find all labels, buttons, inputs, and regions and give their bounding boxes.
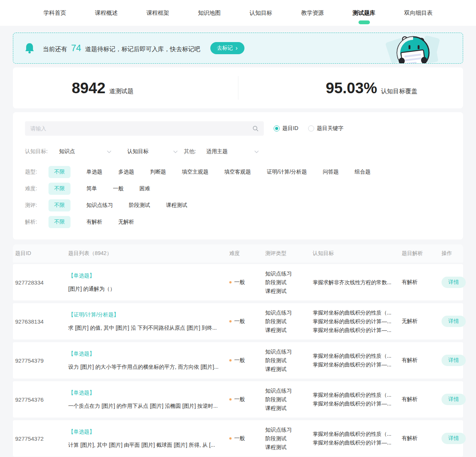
eval-types: 知识点练习 阶段测试 课程测试 <box>265 347 313 374</box>
radio-circle-icon <box>274 125 280 131</box>
filter-option[interactable]: 多选题 <box>118 169 134 175</box>
question-id: 927754372 <box>15 435 68 442</box>
questions-count: 8942 <box>72 80 105 97</box>
analysis-status: 有解析 <box>402 396 442 403</box>
radio-question-keyword[interactable]: 题目关键字 <box>308 125 343 132</box>
coverage-label: 认知目标覆盖 <box>381 88 417 95</box>
other-filter-label: 其他: <box>184 148 196 155</box>
bell-icon <box>25 42 34 54</box>
filter-option[interactable]: 不限 <box>49 199 70 211</box>
nav-tab-test-bank[interactable]: 测试题库 <box>353 0 376 26</box>
coverage-percent: 95.03% <box>326 80 377 97</box>
table-header: 题目ID 题目列表（8942） 难度 测评类型 认知目标 题目解析 操作 <box>13 244 463 263</box>
nav-tab-subject-home[interactable]: 学科首页 <box>44 0 66 26</box>
cognitive-goals: 掌握对坐标的曲线积分的性质（... 掌握对坐标的曲线积分的计算—... <box>313 430 402 447</box>
pending-count: 74 <box>71 43 81 53</box>
table-row: 927728334 【单选题】 [图片] 的通解为（） 一般 知识点练习 阶段测… <box>13 264 463 300</box>
filter-option[interactable]: 不限 <box>49 183 70 195</box>
applicable-topic-dropdown[interactable]: 适用主题 <box>207 148 259 155</box>
question-id: 927754379 <box>15 357 68 364</box>
question-text: 一个质点在力 [图片] 的作用下从点 [图片] 沿椭圆 [图片] 按逆时... <box>68 403 222 410</box>
eval-types: 知识点练习 阶段测试 课程测试 <box>265 426 313 452</box>
search-input[interactable] <box>30 125 252 131</box>
stats-divider <box>238 76 238 100</box>
filter-label: 题型: <box>25 169 49 175</box>
nav-tab-two-way-table[interactable]: 双向细目表 <box>404 0 433 26</box>
filter-option[interactable]: 填空客观题 <box>224 169 251 175</box>
filter-label: 难度: <box>25 185 49 192</box>
dropdown-filter-row: 认知目标: 知识点 认知目标 其他: 适用主题 <box>25 148 451 155</box>
stats-card: 8942 道测试题 95.03% 认知目标覆盖 <box>13 67 463 108</box>
question-text: 计算 [图片], 其中 [图片] 由平面 [图片] 截球面 [图片] 所得, 从… <box>68 442 222 449</box>
stat-total-questions: 8942 道测试题 <box>0 80 215 97</box>
difficulty-label: 一般 <box>234 435 245 442</box>
radio-question-id[interactable]: 题目ID <box>274 125 298 132</box>
filter-row-evaluation: 测评: 不限 知识点练习 阶段测试 课程测试 <box>25 199 451 212</box>
nav-tab-teaching-resources[interactable]: 教学资源 <box>301 0 324 26</box>
eval-types: 知识点练习 阶段测试 课程测试 <box>265 308 313 335</box>
table-row: 927754372 【单选题】 计算 [图片], 其中 [图片] 由平面 [图片… <box>13 420 463 457</box>
question-text: [图片] 的通解为（） <box>68 286 222 293</box>
eval-types: 知识点练习 阶段测试 课程测试 <box>265 387 313 413</box>
question-text: 求 [图片] 的值, 其中 [图片] 沿 下列不同路径从原点 [图片] 到终..… <box>68 325 222 332</box>
cognitive-goals: 掌握对坐标的曲线积分的性质（... 掌握对坐标的曲线积分的计算—... <box>313 352 402 369</box>
dropdown-value: 知识点 <box>59 148 75 155</box>
filter-option[interactable]: 一般 <box>113 185 124 192</box>
difficulty-dot-icon <box>229 437 232 440</box>
analysis-status: 无解析 <box>402 318 442 325</box>
cognitive-goal-dropdown[interactable]: 认知目标 <box>127 148 178 155</box>
detail-button[interactable]: 详情 <box>442 277 466 288</box>
detail-button[interactable]: 详情 <box>442 433 466 444</box>
question-type-tag: 【单选题】 <box>68 272 222 279</box>
cognitive-goals: 掌握求解非齐次线性方程的常数... <box>313 278 402 287</box>
dropdown-value: 适用主题 <box>207 148 228 155</box>
banner-message: 当前还有 74 道题待标记，标记后即可入库，快去标记吧 <box>43 43 200 53</box>
filter-option[interactable]: 填空主观题 <box>182 169 208 175</box>
filter-option[interactable]: 组合题 <box>355 169 371 175</box>
filter-option[interactable]: 困难 <box>139 185 150 192</box>
cognitive-goals: 掌握对坐标的曲线积分的性质（... 掌握对坐标的曲线积分的计算—... 掌握对坐… <box>313 308 402 335</box>
filter-option[interactable]: 简单 <box>86 185 97 192</box>
analysis-status: 有解析 <box>402 357 442 364</box>
col-header-action: 操作 <box>442 250 463 257</box>
nav-tab-course-framework[interactable]: 课程框架 <box>147 0 169 26</box>
filter-option[interactable]: 不限 <box>49 166 70 178</box>
chevron-down-icon <box>254 150 259 153</box>
analysis-status: 有解析 <box>402 435 442 442</box>
detail-button[interactable]: 详情 <box>442 394 466 405</box>
nav-tab-knowledge-map[interactable]: 知识地图 <box>198 0 221 26</box>
nav-tab-course-overview[interactable]: 课程概述 <box>95 0 118 26</box>
cognitive-goals: 掌握对坐标的曲线积分的性质（... 掌握对坐标的曲线积分的计算—... <box>313 391 402 408</box>
filter-option[interactable]: 单选题 <box>86 169 102 175</box>
filter-option[interactable]: 判断题 <box>150 169 166 175</box>
radio-circle-icon <box>308 125 314 131</box>
detail-button[interactable]: 详情 <box>442 355 466 366</box>
col-header-cognitive-goal: 认知目标 <box>313 250 402 257</box>
filter-panel: 题目ID 题目关键字 认知目标: 知识点 认知目标 其他: 适用主题 <box>13 112 463 239</box>
detail-button[interactable]: 详情 <box>442 316 466 327</box>
filter-option[interactable]: 课程测试 <box>166 202 187 209</box>
question-type-tag: 【单选题】 <box>68 429 222 435</box>
table-row: 927754379 【单选题】 设力 [图片] 的大小等于作用点的横坐标的平方,… <box>13 342 463 379</box>
filter-row-analysis: 解析: 不限 有解析 无解析 <box>25 216 451 228</box>
filter-label: 解析: <box>25 219 49 225</box>
notice-banner: 当前还有 74 道题待标记，标记后即可入库，快去标记吧 去标记 › <box>13 33 463 64</box>
filter-option[interactable]: 不限 <box>49 216 70 228</box>
filter-option[interactable]: 无解析 <box>118 219 134 225</box>
question-type-tag: 【单选题】 <box>68 390 222 396</box>
nav-tab-cognitive-goals[interactable]: 认知目标 <box>250 0 272 26</box>
filter-option[interactable]: 阶段测试 <box>129 202 150 209</box>
go-mark-button[interactable]: 去标记 › <box>210 42 244 54</box>
active-tab-indicator <box>359 20 370 24</box>
filter-option[interactable]: 问答题 <box>323 169 339 175</box>
question-type-tag: 【证明/计算/分析题】 <box>68 311 222 318</box>
cognitive-goal-filter-label: 认知目标: <box>25 148 48 155</box>
filter-option[interactable]: 有解析 <box>86 219 102 225</box>
filter-option[interactable]: 知识点练习 <box>86 202 113 209</box>
knowledge-point-dropdown[interactable]: 知识点 <box>59 148 111 155</box>
banner-text-before: 当前还有 <box>43 46 67 52</box>
table-row: 927754376 【单选题】 一个质点在力 [图片] 的作用下从点 [图片] … <box>13 381 463 418</box>
difficulty-dot-icon <box>229 359 232 362</box>
question-id: 927728334 <box>15 279 68 286</box>
filter-option[interactable]: 证明/计算/分析题 <box>267 169 307 175</box>
